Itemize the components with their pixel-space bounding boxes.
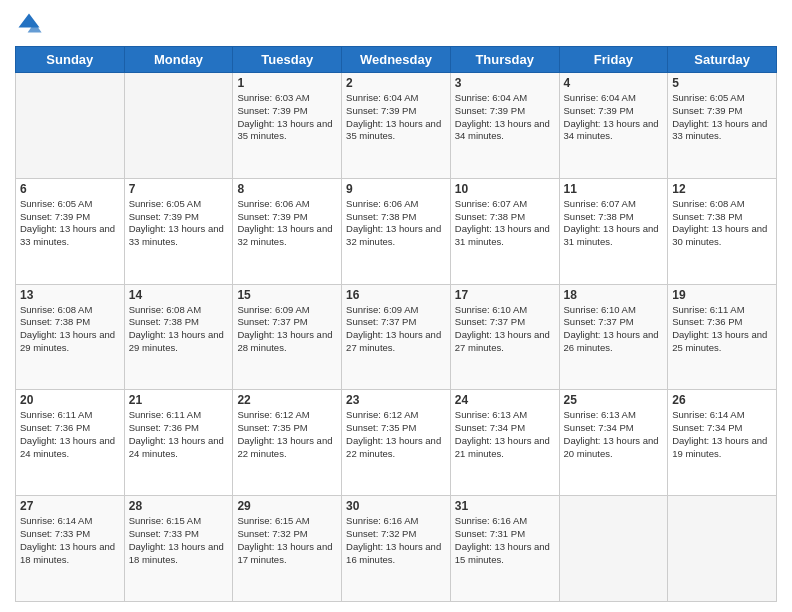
calendar-cell: 23Sunrise: 6:12 AM Sunset: 7:35 PM Dayli… [342, 390, 451, 496]
day-number: 25 [564, 393, 664, 407]
calendar-cell: 28Sunrise: 6:15 AM Sunset: 7:33 PM Dayli… [124, 496, 233, 602]
calendar-cell: 17Sunrise: 6:10 AM Sunset: 7:37 PM Dayli… [450, 284, 559, 390]
cell-content: Sunrise: 6:05 AM Sunset: 7:39 PM Dayligh… [129, 198, 229, 249]
cell-content: Sunrise: 6:12 AM Sunset: 7:35 PM Dayligh… [237, 409, 337, 460]
weekday-wednesday: Wednesday [342, 47, 451, 73]
cell-content: Sunrise: 6:06 AM Sunset: 7:39 PM Dayligh… [237, 198, 337, 249]
cell-content: Sunrise: 6:08 AM Sunset: 7:38 PM Dayligh… [672, 198, 772, 249]
calendar-table: SundayMondayTuesdayWednesdayThursdayFrid… [15, 46, 777, 602]
cell-content: Sunrise: 6:13 AM Sunset: 7:34 PM Dayligh… [455, 409, 555, 460]
cell-content: Sunrise: 6:15 AM Sunset: 7:33 PM Dayligh… [129, 515, 229, 566]
cell-content: Sunrise: 6:05 AM Sunset: 7:39 PM Dayligh… [672, 92, 772, 143]
day-number: 15 [237, 288, 337, 302]
weekday-tuesday: Tuesday [233, 47, 342, 73]
day-number: 22 [237, 393, 337, 407]
day-number: 9 [346, 182, 446, 196]
day-number: 24 [455, 393, 555, 407]
header [15, 10, 777, 38]
calendar-cell: 7Sunrise: 6:05 AM Sunset: 7:39 PM Daylig… [124, 178, 233, 284]
weekday-header-row: SundayMondayTuesdayWednesdayThursdayFrid… [16, 47, 777, 73]
calendar-cell: 29Sunrise: 6:15 AM Sunset: 7:32 PM Dayli… [233, 496, 342, 602]
calendar-cell: 30Sunrise: 6:16 AM Sunset: 7:32 PM Dayli… [342, 496, 451, 602]
weekday-thursday: Thursday [450, 47, 559, 73]
day-number: 8 [237, 182, 337, 196]
day-number: 18 [564, 288, 664, 302]
cell-content: Sunrise: 6:11 AM Sunset: 7:36 PM Dayligh… [129, 409, 229, 460]
calendar-cell [668, 496, 777, 602]
calendar-cell: 1Sunrise: 6:03 AM Sunset: 7:39 PM Daylig… [233, 73, 342, 179]
week-row-4: 20Sunrise: 6:11 AM Sunset: 7:36 PM Dayli… [16, 390, 777, 496]
calendar-cell: 10Sunrise: 6:07 AM Sunset: 7:38 PM Dayli… [450, 178, 559, 284]
day-number: 27 [20, 499, 120, 513]
week-row-5: 27Sunrise: 6:14 AM Sunset: 7:33 PM Dayli… [16, 496, 777, 602]
cell-content: Sunrise: 6:04 AM Sunset: 7:39 PM Dayligh… [564, 92, 664, 143]
cell-content: Sunrise: 6:05 AM Sunset: 7:39 PM Dayligh… [20, 198, 120, 249]
calendar-cell: 24Sunrise: 6:13 AM Sunset: 7:34 PM Dayli… [450, 390, 559, 496]
cell-content: Sunrise: 6:15 AM Sunset: 7:32 PM Dayligh… [237, 515, 337, 566]
cell-content: Sunrise: 6:03 AM Sunset: 7:39 PM Dayligh… [237, 92, 337, 143]
day-number: 16 [346, 288, 446, 302]
day-number: 2 [346, 76, 446, 90]
day-number: 31 [455, 499, 555, 513]
day-number: 4 [564, 76, 664, 90]
calendar-cell: 21Sunrise: 6:11 AM Sunset: 7:36 PM Dayli… [124, 390, 233, 496]
logo-icon [15, 10, 43, 38]
calendar-body: 1Sunrise: 6:03 AM Sunset: 7:39 PM Daylig… [16, 73, 777, 602]
page: SundayMondayTuesdayWednesdayThursdayFrid… [0, 0, 792, 612]
day-number: 14 [129, 288, 229, 302]
calendar-cell: 19Sunrise: 6:11 AM Sunset: 7:36 PM Dayli… [668, 284, 777, 390]
calendar-cell: 16Sunrise: 6:09 AM Sunset: 7:37 PM Dayli… [342, 284, 451, 390]
calendar-cell [16, 73, 125, 179]
cell-content: Sunrise: 6:13 AM Sunset: 7:34 PM Dayligh… [564, 409, 664, 460]
calendar-cell: 27Sunrise: 6:14 AM Sunset: 7:33 PM Dayli… [16, 496, 125, 602]
day-number: 7 [129, 182, 229, 196]
cell-content: Sunrise: 6:11 AM Sunset: 7:36 PM Dayligh… [672, 304, 772, 355]
calendar-cell: 31Sunrise: 6:16 AM Sunset: 7:31 PM Dayli… [450, 496, 559, 602]
calendar-cell: 5Sunrise: 6:05 AM Sunset: 7:39 PM Daylig… [668, 73, 777, 179]
day-number: 21 [129, 393, 229, 407]
calendar-cell: 14Sunrise: 6:08 AM Sunset: 7:38 PM Dayli… [124, 284, 233, 390]
day-number: 11 [564, 182, 664, 196]
cell-content: Sunrise: 6:07 AM Sunset: 7:38 PM Dayligh… [455, 198, 555, 249]
calendar-cell [124, 73, 233, 179]
cell-content: Sunrise: 6:10 AM Sunset: 7:37 PM Dayligh… [564, 304, 664, 355]
day-number: 3 [455, 76, 555, 90]
calendar-cell: 25Sunrise: 6:13 AM Sunset: 7:34 PM Dayli… [559, 390, 668, 496]
cell-content: Sunrise: 6:04 AM Sunset: 7:39 PM Dayligh… [455, 92, 555, 143]
cell-content: Sunrise: 6:08 AM Sunset: 7:38 PM Dayligh… [129, 304, 229, 355]
day-number: 19 [672, 288, 772, 302]
weekday-saturday: Saturday [668, 47, 777, 73]
calendar-cell: 26Sunrise: 6:14 AM Sunset: 7:34 PM Dayli… [668, 390, 777, 496]
calendar-cell: 11Sunrise: 6:07 AM Sunset: 7:38 PM Dayli… [559, 178, 668, 284]
day-number: 5 [672, 76, 772, 90]
calendar-cell [559, 496, 668, 602]
cell-content: Sunrise: 6:06 AM Sunset: 7:38 PM Dayligh… [346, 198, 446, 249]
calendar-cell: 18Sunrise: 6:10 AM Sunset: 7:37 PM Dayli… [559, 284, 668, 390]
day-number: 30 [346, 499, 446, 513]
cell-content: Sunrise: 6:09 AM Sunset: 7:37 PM Dayligh… [346, 304, 446, 355]
day-number: 29 [237, 499, 337, 513]
calendar-cell: 3Sunrise: 6:04 AM Sunset: 7:39 PM Daylig… [450, 73, 559, 179]
calendar-cell: 6Sunrise: 6:05 AM Sunset: 7:39 PM Daylig… [16, 178, 125, 284]
weekday-monday: Monday [124, 47, 233, 73]
cell-content: Sunrise: 6:09 AM Sunset: 7:37 PM Dayligh… [237, 304, 337, 355]
day-number: 20 [20, 393, 120, 407]
day-number: 13 [20, 288, 120, 302]
day-number: 26 [672, 393, 772, 407]
calendar-cell: 15Sunrise: 6:09 AM Sunset: 7:37 PM Dayli… [233, 284, 342, 390]
cell-content: Sunrise: 6:16 AM Sunset: 7:32 PM Dayligh… [346, 515, 446, 566]
calendar-cell: 4Sunrise: 6:04 AM Sunset: 7:39 PM Daylig… [559, 73, 668, 179]
cell-content: Sunrise: 6:10 AM Sunset: 7:37 PM Dayligh… [455, 304, 555, 355]
week-row-2: 6Sunrise: 6:05 AM Sunset: 7:39 PM Daylig… [16, 178, 777, 284]
calendar-cell: 22Sunrise: 6:12 AM Sunset: 7:35 PM Dayli… [233, 390, 342, 496]
cell-content: Sunrise: 6:12 AM Sunset: 7:35 PM Dayligh… [346, 409, 446, 460]
cell-content: Sunrise: 6:14 AM Sunset: 7:34 PM Dayligh… [672, 409, 772, 460]
week-row-1: 1Sunrise: 6:03 AM Sunset: 7:39 PM Daylig… [16, 73, 777, 179]
cell-content: Sunrise: 6:07 AM Sunset: 7:38 PM Dayligh… [564, 198, 664, 249]
calendar-cell: 12Sunrise: 6:08 AM Sunset: 7:38 PM Dayli… [668, 178, 777, 284]
calendar-cell: 9Sunrise: 6:06 AM Sunset: 7:38 PM Daylig… [342, 178, 451, 284]
day-number: 10 [455, 182, 555, 196]
cell-content: Sunrise: 6:08 AM Sunset: 7:38 PM Dayligh… [20, 304, 120, 355]
day-number: 28 [129, 499, 229, 513]
day-number: 6 [20, 182, 120, 196]
